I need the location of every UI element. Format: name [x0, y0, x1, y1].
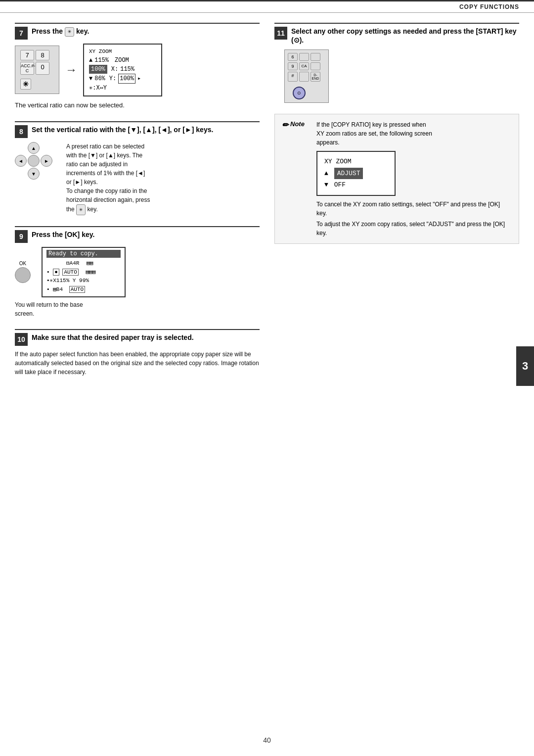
- nav-right-key: ►: [41, 155, 52, 167]
- note-icon-label: ✏ Note: [282, 120, 312, 237]
- step-7-header: 7 Press the ✳ key.: [15, 23, 260, 40]
- right-column: 11 Select any other copy settings as nee…: [274, 23, 519, 387]
- step-8-header: 8 Set the vertical ratio with the [▼], […: [15, 121, 260, 138]
- key-8: 8: [36, 50, 49, 60]
- step-8-number: 8: [15, 125, 28, 138]
- step-9-caption: You will return to the base screen.: [15, 300, 260, 318]
- ok-button-circle: [15, 267, 31, 283]
- nav-center-key: [28, 155, 40, 167]
- step-7-block: 7 Press the ✳ key. 7 8 ACC.#-C 0: [15, 23, 260, 110]
- xyz-title: XY ZOOM: [324, 156, 388, 167]
- ck-blank2: [311, 53, 320, 61]
- note-cancel-text: To cancel the XY zoom ratio settings, se…: [316, 200, 512, 218]
- step-7-illustration: 7 8 ACC.#-C 0 ✳ → XY ZOOM: [15, 44, 260, 96]
- star-key-ref2: ✳: [76, 204, 86, 215]
- nav-empty-tr: [41, 142, 52, 154]
- rs-line3: ▪✳X115% Y 99%: [46, 277, 121, 285]
- step-9-header: 9 Press the [OK] key.: [15, 226, 260, 243]
- key-0: 0: [36, 62, 49, 75]
- lcd-line2: ▲ 115% ZOOM: [89, 56, 156, 65]
- ck-9: 9: [288, 62, 298, 70]
- step-8-title: Set the vertical ratio with the [▼], [▲]…: [32, 125, 213, 134]
- step-10-title: Make sure that the desired paper tray is…: [32, 333, 194, 342]
- step-11-illus: 6 9 CA # D-END ⊙: [284, 49, 519, 103]
- header-title: COPY FUNCTIONS: [459, 3, 519, 10]
- ok-label: OK: [19, 261, 26, 266]
- key-7: 7: [20, 50, 34, 60]
- ck-hash: #: [288, 72, 298, 82]
- ck-ca: CA: [299, 62, 309, 70]
- step-9-number: 9: [15, 230, 28, 243]
- ready-screen-lcd: Ready to copy. ⊟A4R ▤▤ ▪ ● AUTO ▤▤▤ ▪✳X1…: [42, 247, 126, 297]
- note-text-block: If the [COPY RATIO] key is pressed when …: [316, 120, 512, 237]
- ck-blank: [299, 53, 309, 61]
- step-10-header: 10 Make sure that the desired paper tray…: [15, 329, 260, 346]
- note-box: ✏ Note If the [COPY RATIO] key is presse…: [274, 114, 519, 243]
- step-10-block: 10 Make sure that the desired paper tray…: [15, 329, 260, 377]
- left-column: 7 Press the ✳ key. 7 8 ACC.#-C 0: [15, 23, 260, 387]
- nav-empty-bl: [15, 168, 27, 180]
- star-key-ref: ✳: [65, 27, 74, 37]
- copier-keypad: 6 9 CA # D-END: [288, 53, 325, 82]
- page-number: 40: [263, 736, 271, 744]
- step-11-number: 11: [274, 27, 287, 40]
- step-9-block: 9 Press the [OK] key. OK Ready to copy. …: [15, 226, 260, 318]
- step8-lastline: the ✳ key.: [66, 204, 150, 215]
- step-8-block: 8 Set the vertical ratio with the [▼], […: [15, 121, 260, 215]
- step-8-desc: A preset ratio can be selected with the …: [66, 142, 150, 215]
- step-9-title: Press the [OK] key.: [32, 230, 94, 239]
- xyz-adjust-line: ▲ ADJUST: [324, 168, 388, 179]
- arrow-right: →: [65, 63, 77, 77]
- step-10-desc: If the auto paper select function has be…: [15, 350, 260, 377]
- lcd-line5: ✳:X⇔Y: [89, 84, 156, 93]
- ck-blank4: [299, 72, 309, 82]
- rs-line1: ⊟A4R ▤▤: [46, 259, 121, 268]
- lcd-title: XY ZOOM: [89, 47, 156, 56]
- chapter-tab: 3: [516, 346, 534, 386]
- lcd-line4: ▼ 86% Y: 100% ▸: [89, 74, 156, 84]
- page-header: COPY FUNCTIONS: [0, 0, 534, 13]
- step-7-caption: The vertical ratio can now be selected.: [15, 100, 260, 111]
- keyboard-panel: 7 8 ACC.#-C 0 ✳: [15, 46, 59, 94]
- nav-keys-illus: ▲ ◄ ► ▼: [15, 142, 52, 180]
- note-label-text: Note: [290, 120, 305, 128]
- step-8-body: ▲ ◄ ► ▼ A preset ratio can be selected w…: [15, 142, 260, 215]
- xyz-off-line: ▼ OFF: [324, 179, 388, 190]
- start-key-circle: ⊙: [293, 87, 306, 99]
- step-11-block: 11 Select any other copy settings as nee…: [274, 23, 519, 103]
- ck-6: 6: [288, 53, 298, 61]
- copier-device: 6 9 CA # D-END ⊙: [284, 49, 329, 103]
- nav-down-key: ▼: [28, 168, 40, 180]
- rs-line4: ▪ ▤B4 AUTO: [46, 285, 121, 294]
- star-key-panel: ✳: [20, 79, 31, 90]
- main-content: 7 Press the ✳ key. 7 8 ACC.#-C 0: [0, 23, 534, 387]
- step7-lcd: XY ZOOM ▲ 115% ZOOM 100% X: 115% ▼ 86%: [83, 44, 162, 96]
- xy-zoom-note-screen: XY ZOOM ▲ ADJUST ▼ OFF: [316, 151, 396, 195]
- rs-title: Ready to copy.: [46, 250, 121, 258]
- pencil-icon: ✏: [282, 120, 288, 130]
- nav-left-key: ◄: [15, 155, 27, 167]
- step-11-header: 11 Select any other copy settings as nee…: [274, 23, 519, 45]
- step-10-number: 10: [15, 333, 28, 346]
- step-11-title: Select any other copy settings as needed…: [291, 27, 519, 45]
- step-7-title: Press the ✳ key.: [32, 27, 89, 37]
- key-acc: ACC.#-C: [20, 62, 34, 75]
- num-grid: 7 8 ACC.#-C 0: [20, 50, 54, 75]
- nav-up-key: ▲: [28, 142, 40, 154]
- nav-empty-br: [41, 168, 52, 180]
- rs-line2: ▪ ● AUTO ▤▤▤: [46, 268, 121, 277]
- lcd-line3: 100% X: 115%: [89, 65, 156, 74]
- step-7-number: 7: [15, 27, 28, 40]
- nav-empty-tl: [15, 142, 27, 154]
- step-9-illus: OK Ready to copy. ⊟A4R ▤▤ ▪ ● AUTO ▤▤▤: [15, 247, 260, 297]
- note-adjust-text: To adjust the XY zoom copy ratios, selec…: [316, 220, 512, 237]
- ck-blank3: [311, 62, 320, 70]
- ck-dend: D-END: [311, 72, 320, 82]
